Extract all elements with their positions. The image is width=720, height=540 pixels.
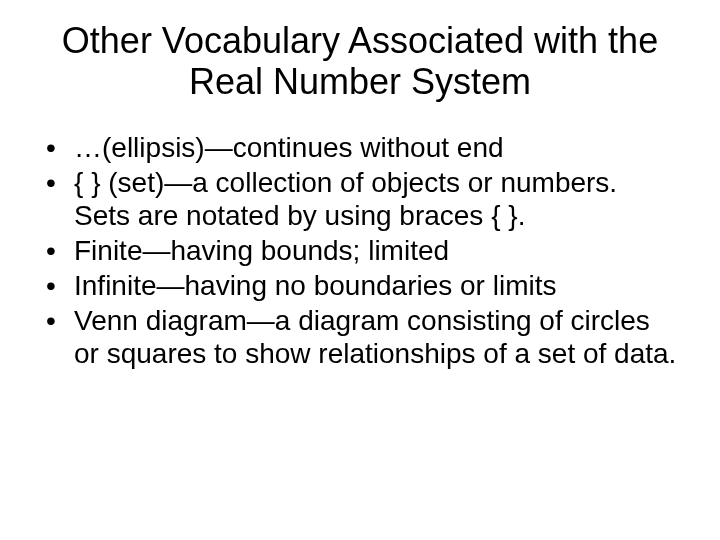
list-item: { } (set)—a collection of objects or num…: [46, 166, 680, 232]
slide-title: Other Vocabulary Associated with the Rea…: [60, 20, 660, 103]
bullet-list: …(ellipsis)—continues without end { } (s…: [30, 131, 690, 370]
list-item: …(ellipsis)—continues without end: [46, 131, 680, 164]
list-item: Infinite—having no boundaries or limits: [46, 269, 680, 302]
list-item: Finite—having bounds; limited: [46, 234, 680, 267]
slide: Other Vocabulary Associated with the Rea…: [0, 0, 720, 540]
list-item: Venn diagram—a diagram consisting of cir…: [46, 304, 680, 370]
